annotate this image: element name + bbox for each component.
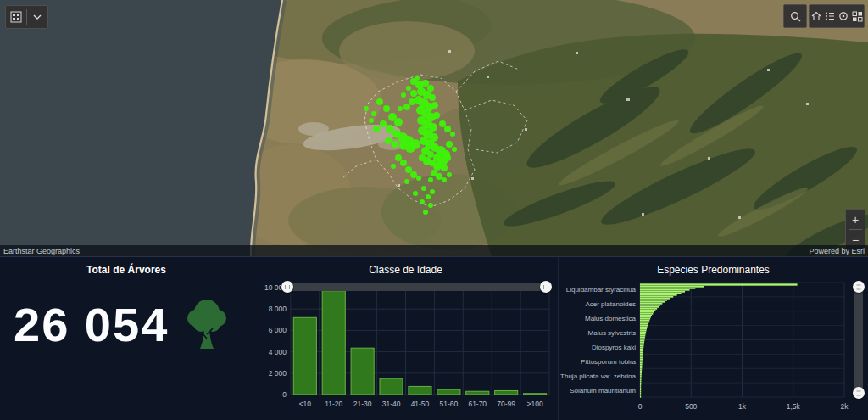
legend-widget — [5, 5, 48, 29]
svg-text:2k: 2k — [841, 402, 849, 411]
svg-text:Thuja plicata var. zebrina: Thuja plicata var. zebrina — [560, 372, 636, 380]
svg-text:8 000: 8 000 — [269, 305, 287, 313]
search-widget — [783, 4, 807, 28]
map-attribution: Earthstar Geographics Powered by Esri — [0, 245, 868, 256]
svg-text:Diospyros kaki: Diospyros kaki — [592, 344, 636, 351]
search-icon — [790, 11, 801, 22]
attribution-esri: Powered by Esri — [809, 247, 865, 255]
slider-track[interactable] — [284, 283, 549, 291]
basemap-icon — [852, 11, 863, 22]
svg-text:500: 500 — [685, 402, 697, 411]
age-axis-slider[interactable] — [284, 281, 549, 293]
legend-icon — [10, 11, 22, 23]
panel-total-trees: Total de Árvores 26 054 — [0, 257, 253, 420]
slider-handle-min[interactable] — [281, 281, 293, 293]
svg-text:2 000: 2 000 — [269, 369, 287, 378]
svg-text:Liquidambar styraciflua: Liquidambar styraciflua — [566, 286, 637, 294]
age-chart-area: 02 0004 0006 0008 00010 000<1011-2021-30… — [253, 277, 558, 419]
svg-text:Acer platanoides: Acer platanoides — [585, 300, 636, 308]
svg-text:1,5k: 1,5k — [787, 402, 801, 411]
svg-text:41-50: 41-50 — [411, 400, 430, 408]
map-toolbar — [809, 4, 865, 28]
total-trees-value: 26 054 — [14, 297, 169, 352]
basemap-button[interactable] — [850, 6, 864, 26]
svg-text:<10: <10 — [299, 400, 312, 408]
panel-title: Classe de Idade — [253, 257, 558, 277]
panel-age-class: Classe de Idade 02 0004 0006 0008 00010 … — [253, 257, 559, 420]
svg-text:51-60: 51-60 — [440, 400, 459, 408]
panel-title: Total de Árvores — [0, 257, 253, 277]
slider-handle-max[interactable] — [540, 281, 552, 293]
search-button[interactable] — [785, 6, 805, 26]
legend-expand-button[interactable] — [27, 7, 47, 27]
chevron-down-icon — [33, 14, 42, 20]
home-button[interactable] — [810, 6, 823, 26]
svg-text:Solanum mauritianum: Solanum mauritianum — [570, 387, 636, 395]
dashboard-footer: Total de Árvores 26 054 Classe d — [0, 256, 868, 420]
svg-text:1k: 1k — [738, 402, 747, 411]
locate-icon — [838, 11, 849, 21]
svg-text:0: 0 — [638, 402, 643, 411]
svg-text:4 000: 4 000 — [269, 348, 287, 356]
zoom-in-button[interactable]: + — [847, 210, 864, 229]
svg-text:0: 0 — [282, 390, 287, 399]
legend-button[interactable] — [6, 7, 26, 27]
panel-predominant-species: Espécies Predominantes 05001k1,5k2kLiqui… — [559, 257, 868, 420]
svg-text:70-99: 70-99 — [497, 400, 515, 408]
attribution-source: Earthstar Geographics — [3, 247, 80, 255]
age-class-bar-chart[interactable]: 02 0004 0006 0008 00010 000<1011-2021-30… — [253, 277, 558, 419]
species-axis-slider[interactable] — [853, 284, 865, 395]
slider-track[interactable] — [854, 284, 863, 395]
svg-text:>100: >100 — [527, 400, 543, 408]
svg-text:Pittosporum tobira: Pittosporum tobira — [581, 358, 636, 366]
map-view[interactable]: + − Earthstar Geographics Powered by Esr… — [0, 0, 868, 256]
list-icon — [825, 11, 835, 21]
svg-text:11-20: 11-20 — [325, 400, 342, 408]
arcgis-dashboard: + − Earthstar Geographics Powered by Esr… — [0, 0, 868, 420]
locate-button[interactable] — [837, 6, 850, 26]
svg-text:Malus domestica: Malus domestica — [585, 315, 637, 322]
kpi-row: 26 054 — [0, 296, 253, 352]
tree-icon — [182, 296, 231, 352]
svg-text:6 000: 6 000 — [269, 326, 287, 334]
home-icon — [811, 11, 821, 21]
panel-title: Espécies Predominantes — [559, 257, 868, 277]
svg-text:61-70: 61-70 — [468, 400, 487, 408]
slider-handle-bottom[interactable] — [853, 387, 865, 399]
satellite-basemap — [0, 0, 868, 256]
species-bar-chart[interactable]: 05001k1,5k2kLiquidambar styracifluaAcer … — [559, 277, 868, 419]
svg-text:Malus sylvestris: Malus sylvestris — [588, 329, 636, 337]
legend-list-button[interactable] — [823, 6, 837, 26]
species-chart-area: 05001k1,5k2kLiquidambar styracifluaAcer … — [559, 277, 868, 419]
svg-text:31-40: 31-40 — [382, 400, 401, 408]
svg-text:21-30: 21-30 — [353, 400, 372, 408]
slider-handle-top[interactable] — [853, 281, 865, 293]
